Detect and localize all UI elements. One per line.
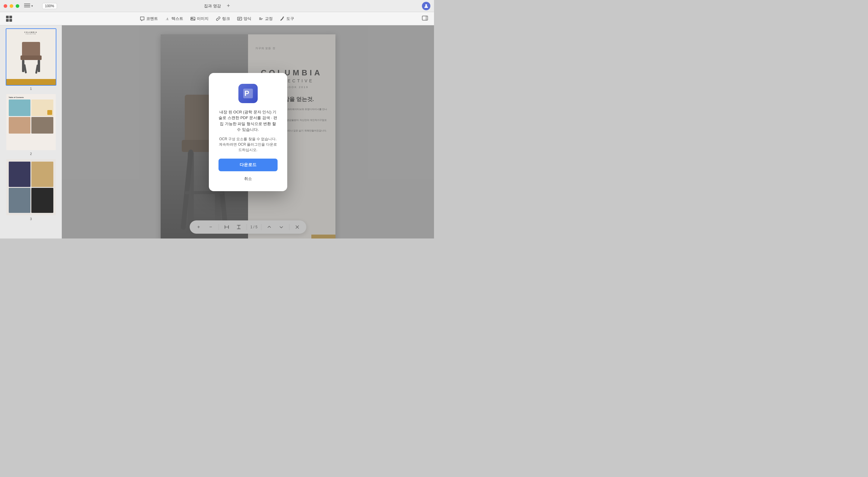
svg-text:A: A	[166, 17, 168, 21]
title-bar: ▾ 100% 집과 영감 +	[0, 0, 434, 12]
main-content: 가구의 모든 것 COLUMBIA COLLECTIVE LOOKBOOK 20…	[62, 25, 434, 239]
cancel-button[interactable]: 취소	[243, 175, 253, 183]
modal-title: 내장 된 OCR (광학 문자 인식) 기술로 스캔한 PDF 문서를 검색 ·…	[218, 109, 278, 133]
thumbnail-2-img: Table of Contents	[6, 93, 56, 151]
text-label: 텍스트	[172, 16, 183, 22]
user-avatar[interactable]	[422, 2, 430, 10]
thumbnail-2-number: 2	[30, 152, 32, 156]
modal-overlay: P 내장 된 OCR (광학 문자 인식) 기술로 스캔한 PDF 문서를 검색…	[62, 25, 434, 239]
thumbnail-3-number: 3	[30, 217, 32, 221]
tools-tool[interactable]: 도구	[280, 16, 294, 22]
tools-label: 도구	[286, 16, 294, 22]
thumbnail-sidebar: COLUMBIA COLLECTIVE	[0, 25, 62, 239]
text-tool[interactable]: A 텍스트	[165, 16, 183, 22]
link-tool[interactable]: 링크	[216, 16, 230, 22]
sidebar-icon	[24, 4, 30, 8]
window-controls	[4, 4, 19, 8]
svg-rect-4	[238, 17, 242, 20]
link-label: 링크	[222, 16, 230, 22]
add-tab-button[interactable]: +	[227, 3, 230, 9]
grid-view-icon[interactable]	[6, 16, 12, 22]
sidebar-right-toggle[interactable]	[422, 16, 428, 22]
image-label: 이미지	[197, 16, 209, 22]
svg-rect-13	[21, 56, 41, 60]
form-tool[interactable]: 양식	[237, 16, 251, 22]
maximize-dot[interactable]	[16, 4, 19, 8]
thumbnail-1-number: 1	[30, 87, 32, 90]
svg-point-0	[425, 4, 427, 6]
comment-label: 코멘트	[146, 16, 158, 22]
image-tool[interactable]: 이미지	[190, 16, 209, 22]
thumbnail-2[interactable]: Table of Contents 2	[2, 93, 59, 156]
zoom-selector[interactable]: 100%	[42, 3, 57, 9]
chevron-down-icon: ▾	[31, 4, 33, 7]
thumbnail-3-img	[6, 158, 56, 216]
comment-tool[interactable]: 코멘트	[140, 16, 158, 22]
toolbar-items: 코멘트 A 텍스트 이미지 링크	[22, 16, 412, 22]
form-label: 양식	[244, 16, 251, 22]
tab-area: 집과 영감 +	[204, 3, 230, 9]
svg-rect-12	[22, 42, 40, 57]
svg-rect-10	[422, 16, 428, 20]
minimize-dot[interactable]	[10, 4, 13, 8]
thumbnail-3[interactable]: 3	[2, 158, 59, 221]
download-button[interactable]: 다운로드	[218, 158, 278, 171]
thumbnail-1-img: COLUMBIA COLLECTIVE	[6, 28, 56, 86]
modal-icon: P	[239, 84, 258, 103]
thumbnail-1[interactable]: COLUMBIA COLLECTIVE	[2, 28, 59, 90]
close-dot[interactable]	[4, 4, 7, 8]
ocr-modal: P 내장 된 OCR (광학 문자 인식) 기술로 스캔한 PDF 문서를 검색…	[209, 73, 287, 191]
tab-title: 집과 영감	[204, 3, 221, 9]
svg-text:P: P	[244, 89, 249, 97]
modal-description: OCR 구성 요소를 찾을 수 없습니다. 계속하려면 OCR 플러그인을 다운…	[218, 136, 278, 153]
correct-label: 교정	[265, 16, 273, 22]
toolbar: 코멘트 A 텍스트 이미지 링크	[0, 12, 434, 25]
correct-tool[interactable]: 교정	[258, 16, 273, 22]
main-layout: COLUMBIA COLLECTIVE	[0, 25, 434, 239]
sidebar-toggle[interactable]: ▾	[24, 4, 33, 8]
